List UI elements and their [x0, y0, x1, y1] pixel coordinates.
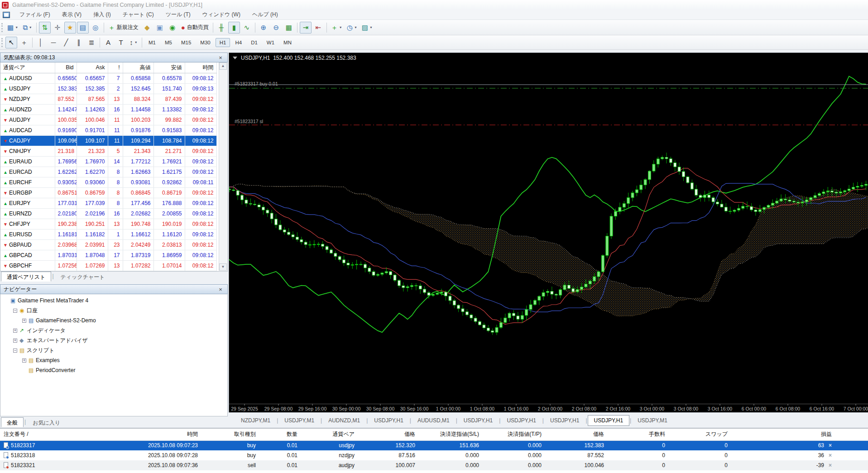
market-watch-row-USDJPY[interactable]: ▲USDJPY152.383152.3852152.645151.74009:0… — [0, 83, 216, 94]
menu-item-2[interactable]: 挿入 (I) — [87, 10, 117, 20]
new-order-button[interactable]: ＋新規注文 — [106, 22, 140, 33]
terminal-toggle-button[interactable]: ▤ — [77, 22, 89, 33]
chart-tab-3[interactable]: USDJPY,H1 — [368, 416, 409, 425]
templates-button[interactable]: ▨▼ — [360, 22, 374, 33]
mw-col-5[interactable]: 安値 — [153, 62, 185, 73]
market-watch-toggle-button[interactable]: ⇅ — [39, 22, 51, 33]
navigator-toggle-button[interactable]: ★ — [64, 22, 76, 33]
chevron-down-icon[interactable]: ▼ — [339, 26, 342, 29]
chart-shift-button[interactable]: ⇤ — [312, 22, 324, 33]
timeframe-M1[interactable]: M1 — [144, 38, 160, 47]
text-tool-button[interactable]: A — [102, 37, 114, 48]
chevron-down-icon[interactable]: ▼ — [15, 26, 18, 29]
market-watch-row-EURAUD[interactable]: ▲EURAUD1.769561.76970141.772121.7692109:… — [0, 156, 216, 167]
menu-item-0[interactable]: ファイル (F) — [14, 10, 56, 20]
cursor-tool-button[interactable]: ↖ — [5, 37, 17, 48]
menu-item-3[interactable]: チャート (C) — [117, 10, 160, 20]
navigator-item-1[interactable]: −◉口座 — [0, 306, 227, 315]
close-order-icon[interactable]: × — [829, 442, 832, 449]
mw-col-6[interactable]: 時間 — [185, 62, 216, 73]
label-tool-button[interactable]: T — [115, 37, 127, 48]
menu-item-5[interactable]: ウィンドウ (W) — [197, 10, 246, 20]
mw-col-3[interactable]: ! — [108, 62, 123, 73]
arrows-tool-button[interactable]: ↕▼ — [128, 37, 139, 48]
navigator-item-2[interactable]: +▤GaitameFinest-S2-Demo — [0, 315, 227, 325]
chart-tab-9[interactable]: USDJPY,M1 — [632, 416, 673, 425]
close-order-icon[interactable]: × — [829, 462, 832, 468]
terminal-col-0[interactable]: 注文番号 / — [0, 429, 91, 440]
close-order-icon[interactable]: × — [829, 452, 832, 459]
chart-tab-4[interactable]: AUDUSD,M1 — [412, 416, 456, 425]
navigator-item-0[interactable]: ▣Gaitame Finest MetaTrader 4 — [0, 296, 227, 306]
mw-col-4[interactable]: 高値 — [123, 62, 153, 73]
market-watch-row-EURNZD[interactable]: ▲EURNZD2.021802.02196162.026822.0085509:… — [0, 208, 216, 219]
channel-tool-button[interactable]: ∥ — [73, 37, 85, 48]
market-watch-row-EURCHF[interactable]: ▲EURCHF0.930520.9306080.930810.9286209:0… — [0, 177, 216, 187]
scroll-down-icon[interactable]: ▼ — [219, 263, 227, 271]
chevron-down-icon[interactable]: ▼ — [134, 41, 138, 44]
navigator-item-4[interactable]: +◆エキスパートアドバイザ — [0, 335, 227, 345]
navigator-item-5[interactable]: −▤スクリプト — [0, 345, 227, 355]
trendline-tool-button[interactable]: ╱ — [60, 37, 72, 48]
timeframe-H4[interactable]: H4 — [231, 38, 246, 47]
market-watch-row-EURGBP[interactable]: ▼EURGBP0.867510.8675980.868450.8671909:0… — [0, 187, 216, 198]
chart-tab-2[interactable]: AUDNZD,M1 — [322, 416, 366, 425]
order-row-51823317[interactable]: 518233172025.10.08 09:07:23buy0.01usdjpy… — [0, 440, 868, 450]
market-watch-row-GBPAUD[interactable]: ▼GBPAUD2.039682.03991232.042492.0381309:… — [0, 239, 216, 250]
navigator-item-6[interactable]: +▤Examples — [0, 355, 227, 365]
menu-item-1[interactable]: 表示 (V) — [56, 10, 87, 20]
tree-expander-icon[interactable]: + — [13, 329, 17, 333]
market-watch-scrollbar[interactable]: ▲ ▼ — [219, 62, 227, 271]
market-watch-row-CADJPY[interactable]: ▼CADJPY109.096109.10711109.294108.78409:… — [0, 135, 216, 146]
toolbar-grip[interactable] — [1, 38, 3, 47]
mw-col-2[interactable]: Ask — [77, 62, 108, 73]
profiles-button[interactable]: ⧉▼ — [21, 22, 34, 33]
terminal-col-11[interactable]: 損益 — [731, 429, 835, 440]
market-watch-tab-1[interactable]: ティックチャート — [55, 272, 111, 282]
navigator-close-icon[interactable]: × — [217, 286, 224, 293]
terminal-col-3[interactable]: 数量 — [259, 429, 301, 440]
timeframe-W1[interactable]: W1 — [263, 38, 278, 47]
menu-item-6[interactable]: ヘルプ (H) — [246, 10, 284, 20]
timeframe-MN[interactable]: MN — [279, 38, 296, 47]
crosshair-tool-button[interactable]: ＋ — [18, 37, 30, 48]
timeframe-H1[interactable]: H1 — [216, 38, 230, 47]
indicators-list-button[interactable]: ＋▼ — [329, 22, 344, 33]
market-watch-row-EURCAD[interactable]: ▲EURCAD1.622621.6227081.626631.6217509:0… — [0, 167, 216, 177]
terminal-col-1[interactable]: 時間 — [91, 429, 201, 440]
fibonacci-tool-button[interactable]: ≣ — [86, 37, 97, 48]
horizontal-line-tool-button[interactable]: ─ — [48, 37, 59, 48]
usdjpy-h1-chart[interactable]: #51823317 buy 0.01#51823317 sl29 Sep 202… — [229, 53, 868, 412]
navigator-tab-1[interactable]: お気に入り — [27, 417, 66, 427]
chevron-down-icon[interactable]: ▼ — [354, 26, 357, 29]
chart-tab-1[interactable]: USDJPY,M1 — [278, 416, 320, 425]
market-watch-row-AUDJPY[interactable]: ▼AUDJPY100.035100.04611100.20399.88209:0… — [0, 115, 216, 125]
toolbar-grip[interactable] — [1, 23, 3, 32]
navigator-item-7[interactable]: ▤PeriodConverter — [0, 365, 227, 375]
market-watch-row-NZDJPY[interactable]: ▼NZDJPY87.55287.5651388.32487.43909:08:1… — [0, 94, 216, 104]
chart-tab-7[interactable]: USDJPY,H1 — [544, 416, 585, 425]
terminal-col-2[interactable]: 取引種別 — [201, 429, 259, 440]
market-watch-row-CNHJPY[interactable]: ▼CNHJPY21.31821.323521.34321.27109:08:12 — [0, 146, 216, 156]
strategy-tester-button[interactable]: ◎ — [90, 22, 101, 33]
market-watch-row-EURJPY[interactable]: ▲EURJPY177.031177.0398177.456176.88809:0… — [0, 198, 216, 208]
tile-windows-button[interactable]: ▦ — [283, 22, 295, 33]
candle-chart-mode-button[interactable]: ▮ — [228, 22, 240, 33]
tree-expander-icon[interactable]: − — [13, 349, 17, 353]
terminal-col-8[interactable]: 価格 — [545, 429, 608, 440]
chevron-down-icon[interactable]: ▼ — [29, 26, 32, 29]
terminal-col-4[interactable]: 通貨ペア — [301, 429, 358, 440]
market-watch-row-GBPCHF[interactable]: ▼GBPCHF1.072561.07269131.072821.0701409:… — [0, 260, 216, 271]
terminal-col-5[interactable]: 価格 — [358, 429, 419, 440]
publisher-button[interactable]: ▣ — [154, 22, 166, 33]
navigator-tab-0[interactable]: 全般 — [1, 417, 24, 427]
timeframe-M15[interactable]: M15 — [177, 38, 195, 47]
vertical-line-tool-button[interactable]: │ — [35, 37, 47, 48]
scroll-up-icon[interactable]: ▲ — [219, 62, 227, 70]
chart-tab-0[interactable]: NZDJPY,M1 — [235, 416, 276, 425]
periods-list-button[interactable]: ◷▼ — [345, 22, 359, 33]
mw-col-1[interactable]: Bid — [55, 62, 77, 73]
terminal-col-10[interactable]: スワップ — [669, 429, 731, 440]
tree-expander-icon[interactable]: + — [13, 339, 17, 343]
autotrading-button[interactable]: ●自動売買 — [179, 22, 211, 33]
